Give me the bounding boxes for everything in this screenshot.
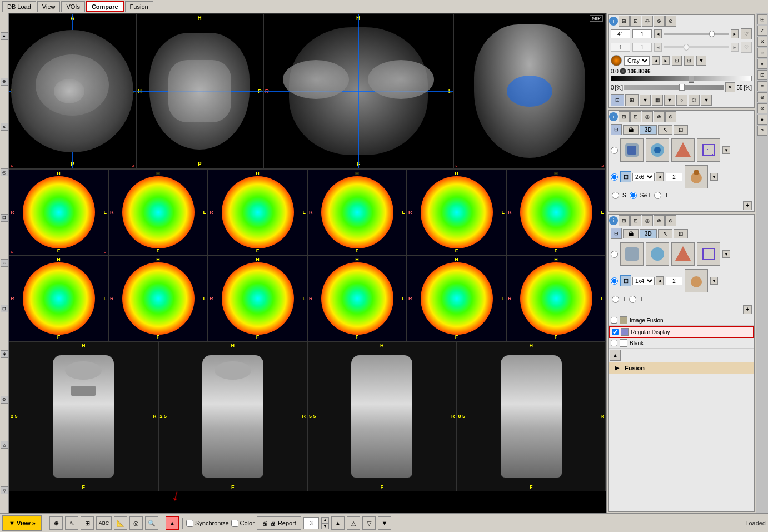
nav-up-1[interactable]: ▲ <box>331 516 345 530</box>
radio-t-mid[interactable] <box>654 192 661 199</box>
nav-down-2[interactable]: ▼ <box>378 516 391 530</box>
slice-prev-btn[interactable]: ◄ <box>654 29 662 38</box>
sagittal-view[interactable]: H P H P <box>136 13 263 169</box>
side-icon-3[interactable]: ✕ <box>757 37 767 47</box>
pet-1[interactable]: H F R L ⌞ ⌟ <box>9 169 108 255</box>
tab-extra-bot[interactable]: ⊡ <box>674 229 688 238</box>
tool-icon-1[interactable]: ⊡ <box>630 16 641 27</box>
render-icon-2[interactable] <box>646 138 669 162</box>
slice-slider-thumb[interactable] <box>709 31 715 37</box>
pet-9[interactable]: H F R L <box>208 255 307 341</box>
render-icon-3[interactable] <box>671 138 695 162</box>
slice-next-btn[interactable]: ► <box>731 29 739 38</box>
info-icon-2[interactable]: i <box>609 112 618 121</box>
num-input-mid-1[interactable] <box>666 173 682 181</box>
tool-icon-12[interactable]: ⊙ <box>665 215 676 226</box>
gradient-handle[interactable] <box>689 76 694 83</box>
view-btn[interactable]: ▼ View » <box>2 515 42 531</box>
slice2-next-btn[interactable]: ► <box>731 43 739 52</box>
range-slider-thumb[interactable] <box>679 84 685 91</box>
tool-icon-3[interactable]: ⊗ <box>654 16 665 27</box>
nav-up-2[interactable]: △ <box>347 516 360 530</box>
tool-icon-8[interactable]: ⊙ <box>665 111 676 122</box>
fusion-checkbox-3[interactable] <box>611 340 617 346</box>
fusion-footer[interactable]: ▶ Fusion <box>609 362 754 374</box>
plus-btn-mid[interactable]: + <box>743 201 752 210</box>
coronal-view[interactable]: H F R L <box>263 13 453 169</box>
tab-cursor-mid[interactable]: ↖ <box>658 125 672 135</box>
pet-4[interactable]: H F R L <box>307 169 407 255</box>
scroll-icon1[interactable]: ⊕ <box>1 78 8 86</box>
menu-view[interactable]: View <box>37 1 61 12</box>
pet-12[interactable]: H F R L <box>506 255 606 341</box>
pet-11[interactable]: H F R L <box>407 255 506 341</box>
info-icon-3[interactable]: i <box>609 216 618 225</box>
render-icon-1[interactable] <box>620 138 644 162</box>
slice-lock-icon[interactable]: ♡ <box>741 28 752 39</box>
scroll-up-btn[interactable]: ▲ <box>1 32 8 40</box>
render-radio-bot-2[interactable] <box>611 277 618 285</box>
pet-6[interactable]: H F R L <box>506 169 606 255</box>
tab-cursor-bot[interactable]: ↖ <box>658 229 672 238</box>
tool-voi[interactable]: ◎ <box>129 516 143 530</box>
ct-2[interactable]: H F 2 5 R <box>158 341 308 491</box>
dropdown-btn-1[interactable]: ▼ <box>722 146 730 154</box>
side-icon-5[interactable]: ♦ <box>757 59 767 69</box>
radio-t1-bot[interactable] <box>612 296 619 303</box>
display-btn-8[interactable]: ▼ <box>701 95 712 106</box>
render-icon-4[interactable] <box>697 138 720 162</box>
radio-st-mid[interactable] <box>630 192 637 199</box>
side-icon-11[interactable]: ? <box>757 126 767 136</box>
display-btn-4[interactable]: ▦ <box>652 95 663 106</box>
side-icon-7[interactable]: ≡ <box>757 81 767 91</box>
slice-value-2[interactable] <box>632 29 652 38</box>
layout-select-mid[interactable]: 2x6 <box>632 173 655 181</box>
display-btn-5[interactable]: ▼ <box>664 95 675 106</box>
slice-slider-track[interactable] <box>664 33 729 35</box>
tool-icon-2[interactable]: ◎ <box>642 16 653 27</box>
side-icon-4[interactable]: ↔ <box>757 48 767 58</box>
radio-s-mid[interactable] <box>612 192 619 199</box>
side-icon-8[interactable]: ⊕ <box>757 92 767 102</box>
tool-icon-9[interactable]: ⊡ <box>630 215 641 226</box>
layout-prev-bot[interactable]: ◄ <box>656 276 664 285</box>
menu-db-load[interactable]: DB Load <box>2 1 36 12</box>
layout-icon-1[interactable]: ⊞ <box>619 16 630 27</box>
gradient-bar[interactable] <box>611 76 752 81</box>
scroll-icon7[interactable]: ◈ <box>1 350 8 358</box>
tool-cursor[interactable]: ↖ <box>65 516 78 530</box>
fusion-checkbox-1[interactable] <box>611 317 617 324</box>
slice2-slider-thumb[interactable] <box>684 44 689 51</box>
render-icon-bot-5[interactable] <box>685 269 708 292</box>
info-icon-1[interactable]: i <box>609 17 618 26</box>
colormap-select[interactable]: Gray <box>624 56 650 66</box>
slice-value-3[interactable] <box>611 43 630 52</box>
side-icon-2[interactable]: Z <box>757 26 767 36</box>
sync-checkbox[interactable] <box>186 520 193 527</box>
tool-zoom[interactable]: 🔍 <box>145 516 158 530</box>
tool-layout[interactable]: ⊞ <box>81 516 94 530</box>
scroll-icon4[interactable]: ⊡ <box>1 214 8 222</box>
layout-select-bot[interactable]: 1x4 <box>632 277 655 285</box>
scroll-icon8[interactable]: ⊗ <box>1 396 8 404</box>
side-icon-1[interactable]: ⊞ <box>757 14 767 24</box>
ct-3[interactable]: H F 5 5 R <box>307 341 457 491</box>
render-icon-5[interactable] <box>685 165 708 188</box>
pet-7[interactable]: H F R L <box>9 255 108 341</box>
slice-value-4[interactable] <box>632 43 652 52</box>
slice2-prev-btn[interactable]: ◄ <box>654 43 662 52</box>
colormap-btn-1[interactable]: ⊡ <box>672 56 682 66</box>
tool-icon-10[interactable]: ◎ <box>642 215 653 226</box>
dropdown-btn-bot-1[interactable]: ▼ <box>722 250 730 258</box>
tab-extra-mid[interactable]: ⊡ <box>674 125 688 135</box>
display-btn-7[interactable]: ⬡ <box>689 95 700 106</box>
collapse-btn-bot[interactable]: ▲ <box>610 350 621 361</box>
layout-icon-3[interactable]: ⊞ <box>619 215 630 226</box>
display-btn-3[interactable]: ▼ <box>640 95 651 106</box>
2d-icon-mid[interactable]: ⊟ <box>611 124 622 135</box>
render-radio-1[interactable] <box>611 147 618 154</box>
tool-reset[interactable]: ⊕ <box>49 516 63 530</box>
menu-vois[interactable]: VOIs <box>61 1 84 12</box>
pet-2[interactable]: H F R L <box>108 169 208 255</box>
2d-icon-bot[interactable]: ⊟ <box>611 228 622 239</box>
